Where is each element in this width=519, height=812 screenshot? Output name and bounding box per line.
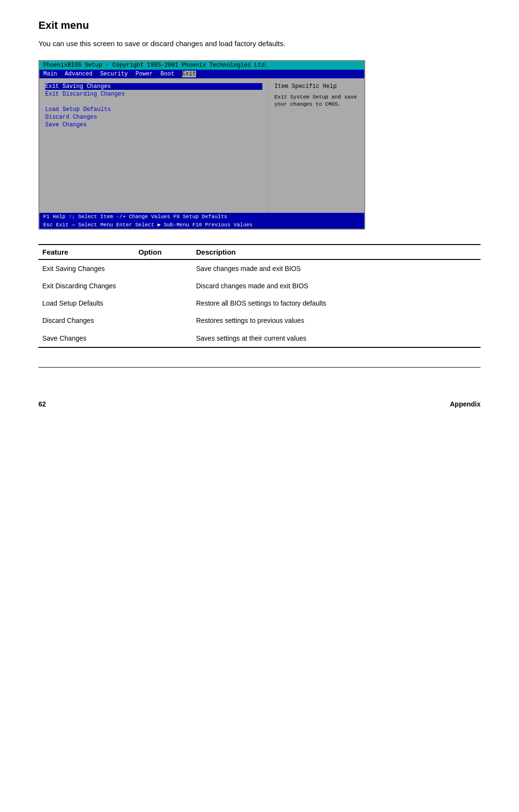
col-header-option: Option [135, 245, 192, 259]
bios-left-panel: Exit Saving Changes Exit Discarding Chan… [39, 78, 268, 213]
bios-menu-main: Main [43, 71, 57, 77]
bios-menu-boot: Boot [161, 71, 174, 77]
table-cell-option [135, 277, 192, 295]
bios-title-bar: PhoenixBIOS Setup - Copyright 1985-2001 … [39, 61, 364, 70]
table-cell-description: Restores settings to previous values [192, 312, 481, 329]
bios-menu-power: Power [136, 71, 153, 77]
bios-item-exit-saving: Exit Saving Changes [45, 83, 262, 90]
bios-screenshot: PhoenixBIOS Setup - Copyright 1985-2001 … [38, 60, 365, 230]
bios-menu-security: Security [100, 71, 128, 77]
bios-item-spacer [45, 98, 262, 105]
footer-divider [38, 367, 481, 368]
table-cell-feature: Exit Discarding Changes [38, 277, 135, 295]
feature-table: Feature Option Description Exit Saving C… [38, 244, 481, 348]
bios-right-panel: Item Specific Help Exit System Setup and… [268, 78, 364, 213]
table-cell-feature: Save Changes [38, 330, 135, 347]
table-cell-description: Restore all BIOS settings to factory def… [192, 295, 481, 312]
table-row: Discard ChangesRestores settings to prev… [38, 312, 481, 329]
footer: 62 Appendix [38, 396, 481, 408]
table-cell-option [135, 295, 192, 312]
table-row: Exit Saving ChangesSave changes made and… [38, 259, 481, 277]
bios-item-exit-discarding: Exit Discarding Changes [45, 91, 262, 98]
table-body: Exit Saving ChangesSave changes made and… [38, 259, 481, 347]
table-cell-description: Discard changes made and exit BIOS [192, 277, 481, 295]
table-cell-description: Saves settings at their current values [192, 330, 481, 347]
table-cell-option [135, 330, 192, 347]
table-cell-feature: Load Setup Defaults [38, 295, 135, 312]
bios-menu-bar: Main Advanced Security Power Boot Exit [39, 70, 364, 78]
table-cell-option [135, 312, 192, 329]
bios-menu-exit: Exit [182, 71, 196, 77]
table-cell-description: Save changes made and exit BIOS [192, 259, 481, 277]
bios-bottom-bar1: F1 Help ↑↓ Select Item -/+ Change Values… [39, 213, 364, 221]
bios-body: Exit Saving Changes Exit Discarding Chan… [39, 78, 364, 213]
table-cell-option [135, 259, 192, 277]
table-cell-feature: Exit Saving Changes [38, 259, 135, 277]
table-row: Save ChangesSaves settings at their curr… [38, 330, 481, 347]
table-header-row: Feature Option Description [38, 245, 481, 259]
bios-item-discard: Discard Changes [45, 114, 262, 121]
bios-menu-advanced: Advanced [65, 71, 93, 77]
bios-item-load-defaults: Load Setup Defaults [45, 106, 262, 113]
page-title: Exit menu [38, 19, 481, 32]
footer-section-label: Appendix [450, 400, 481, 408]
col-header-description: Description [192, 245, 481, 259]
bios-item-save: Save Changes [45, 122, 262, 128]
table-row: Exit Discarding ChangesDiscard changes m… [38, 277, 481, 295]
bios-bottom-bar2: Esc Exit ↔ Select Menu Enter Select ▶ Su… [39, 221, 364, 229]
footer-page-number: 62 [38, 400, 46, 408]
col-header-feature: Feature [38, 245, 135, 259]
bios-help-title: Item Specific Help [274, 83, 358, 90]
table-cell-feature: Discard Changes [38, 312, 135, 329]
bios-help-text: Exit System Setup and save your changes … [274, 94, 358, 109]
table-row: Load Setup DefaultsRestore all BIOS sett… [38, 295, 481, 312]
intro-text: You can use this screen to save or disca… [38, 38, 481, 49]
